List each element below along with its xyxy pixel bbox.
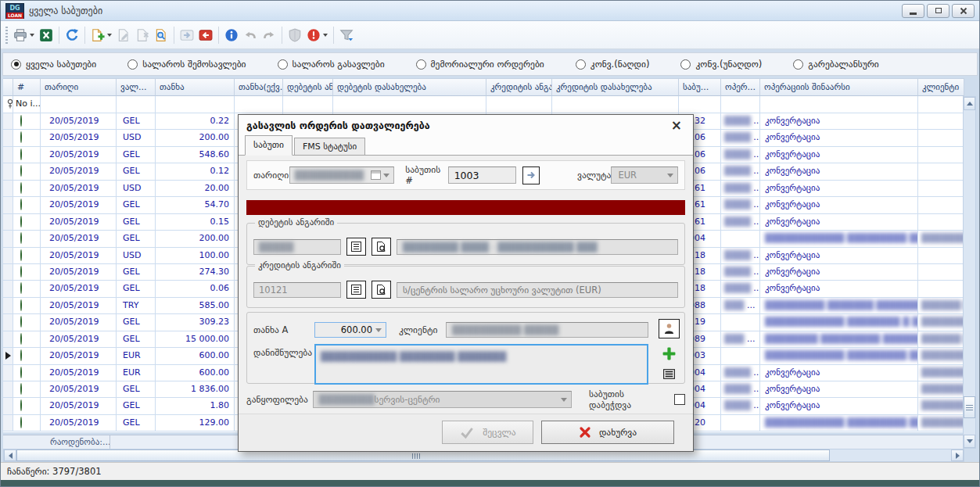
amount-field[interactable]: 600.00 bbox=[314, 322, 386, 338]
filter-radio-5[interactable]: კონვ.(უნაღდო) bbox=[680, 59, 762, 70]
add-purpose-icon[interactable] bbox=[662, 346, 677, 361]
cell-client bbox=[918, 197, 964, 213]
column-header-4[interactable]: თანხა bbox=[156, 78, 235, 96]
warning-icon bbox=[307, 28, 321, 42]
undo-button[interactable] bbox=[241, 27, 260, 44]
radio-icon bbox=[680, 59, 691, 70]
redo-button[interactable] bbox=[260, 27, 278, 44]
vertical-scroll-thumb[interactable] bbox=[964, 396, 975, 418]
toolbar-separator bbox=[218, 27, 219, 44]
protect-button[interactable] bbox=[285, 27, 304, 44]
column-header-2[interactable]: თარიღი bbox=[41, 78, 117, 96]
column-header-13[interactable]: კლიენტი bbox=[918, 78, 964, 96]
currency-select[interactable]: EUR bbox=[611, 167, 678, 184]
app-logo-icon: DG LOAN bbox=[5, 3, 24, 19]
radio-label: კონვ.(უნაღდო) bbox=[695, 59, 762, 70]
scroll-down-button[interactable] bbox=[964, 435, 975, 448]
debit-account-search-button[interactable] bbox=[372, 238, 391, 256]
excel-export-button[interactable] bbox=[37, 27, 56, 44]
debit-account-field[interactable]: █████ bbox=[253, 239, 341, 255]
cell-operation-code bbox=[721, 348, 760, 364]
column-header-3[interactable]: ვალ... bbox=[117, 78, 156, 96]
preview-document-button[interactable] bbox=[152, 27, 171, 44]
date-field[interactable]: ██████████ bbox=[289, 167, 395, 184]
currency-label: ვალუტა bbox=[577, 170, 611, 181]
close-button[interactable] bbox=[952, 4, 975, 18]
cell-amount: 274.30 bbox=[156, 264, 235, 281]
scroll-right-icon bbox=[956, 453, 960, 459]
credit-account-list-button[interactable] bbox=[346, 281, 366, 299]
column-header-5[interactable]: თანხა(ექვ.) bbox=[235, 78, 283, 96]
forward-button[interactable] bbox=[178, 27, 196, 44]
grid-auto-filter-row[interactable]: No i... bbox=[3, 96, 964, 113]
print-document-checkbox[interactable] bbox=[674, 394, 685, 405]
delete-document-button[interactable] bbox=[133, 27, 152, 44]
doc-number-field[interactable]: 1003 bbox=[448, 167, 516, 184]
credit-account-group: კრედიტის ანგარიში 10121 ს/ცენტრის სალარო… bbox=[246, 266, 685, 308]
filter-radio-4[interactable]: კონვ.(ნაღდი) bbox=[576, 59, 650, 70]
radio-label: სალაროს გასავლები bbox=[293, 59, 385, 70]
column-header-12[interactable]: ოპერაციის შინაარსი bbox=[760, 78, 918, 96]
go-to-document-button[interactable] bbox=[522, 167, 540, 184]
column-header-9[interactable]: კრედიტის დასახელება bbox=[552, 78, 679, 96]
exit-button[interactable] bbox=[196, 27, 215, 44]
filter-row-text[interactable]: No i... bbox=[13, 96, 41, 113]
radio-label: ყველა საბუთები bbox=[26, 59, 96, 70]
column-header-6[interactable]: დებეტის ანგა... bbox=[283, 78, 333, 96]
cell-client: █████████ bbox=[918, 415, 964, 431]
minimize-icon bbox=[910, 13, 917, 15]
filter-row-pin-icon bbox=[5, 98, 13, 109]
radio-label: მემორიალური ორდერები bbox=[431, 59, 544, 70]
purpose-textarea[interactable]: ███████████ ████████ ███████ bbox=[314, 344, 648, 385]
scroll-right-button[interactable] bbox=[951, 449, 964, 461]
errors-button[interactable] bbox=[304, 27, 330, 44]
department-redacted-value: ████████ bbox=[319, 394, 375, 405]
cell-operation-content: █████████ ███████ ████████ ████ bbox=[760, 298, 918, 314]
currency-value: EUR bbox=[618, 170, 637, 181]
cell-currency: EUR bbox=[117, 365, 156, 381]
refresh-button[interactable] bbox=[63, 27, 81, 44]
vertical-scrollbar[interactable] bbox=[963, 96, 976, 449]
cell-currency: GEL bbox=[117, 331, 156, 348]
filter-radio-3[interactable]: მემორიალური ორდერები bbox=[416, 59, 544, 70]
filter-radio-0[interactable]: ყველა საბუთები bbox=[11, 59, 96, 70]
cell-currency: GEL bbox=[117, 197, 156, 213]
filter-radio-1[interactable]: სალაროს შემოსავლები bbox=[127, 59, 246, 70]
column-header-10[interactable]: საბუ... bbox=[679, 78, 721, 96]
info-button[interactable] bbox=[222, 27, 241, 44]
cell-operation-content: კონვერტაცია bbox=[760, 381, 918, 398]
credit-group-label: კრედიტის ანგარიში bbox=[255, 260, 344, 270]
column-header-7[interactable]: დებეტის დასახელება bbox=[333, 78, 486, 96]
scroll-left-button[interactable] bbox=[4, 449, 16, 461]
tab-fms-status[interactable]: FMS სტატუსი bbox=[294, 138, 365, 155]
column-header-0[interactable] bbox=[3, 78, 13, 96]
column-header-8[interactable]: კრედიტის ანგა... bbox=[486, 78, 552, 96]
print-button[interactable] bbox=[11, 27, 37, 44]
filter-radio-2[interactable]: სალაროს გასავლები bbox=[278, 59, 385, 70]
dialog-close-icon[interactable]: × bbox=[668, 119, 685, 132]
cell-operation-code: ████ ... bbox=[721, 163, 760, 180]
save-button[interactable]: შეცვლა bbox=[442, 421, 533, 444]
filter-button[interactable] bbox=[337, 27, 356, 44]
credit-account-field[interactable]: 10121 bbox=[253, 282, 341, 298]
new-document-button[interactable] bbox=[88, 27, 114, 44]
restore-button[interactable] bbox=[927, 4, 949, 18]
dialog-close-button[interactable]: დახურვა bbox=[541, 421, 674, 444]
column-header-11[interactable]: ოპერ... bbox=[721, 78, 760, 96]
status-green-icon bbox=[20, 383, 22, 395]
credit-account-search-button[interactable] bbox=[372, 281, 391, 299]
column-header-1[interactable]: # bbox=[13, 78, 41, 96]
minimize-button[interactable] bbox=[902, 4, 924, 18]
purpose-list-icon[interactable] bbox=[662, 367, 676, 381]
cell-client: ████████ bbox=[918, 231, 964, 247]
scroll-up-button[interactable] bbox=[964, 97, 975, 110]
department-select[interactable]: ████████ სერვის-ცენტრი bbox=[313, 391, 572, 408]
filter-radio-6[interactable]: გარებალანსური bbox=[793, 59, 879, 70]
edit-document-button[interactable] bbox=[114, 27, 133, 44]
debit-account-list-button[interactable] bbox=[346, 238, 366, 256]
tab-document[interactable]: საბუთი bbox=[245, 135, 293, 156]
shield-icon bbox=[288, 28, 302, 42]
client-lookup-button[interactable] bbox=[659, 319, 680, 338]
status-green-icon bbox=[20, 182, 22, 194]
cell-operation-content: კონვერტაცია bbox=[760, 248, 918, 264]
